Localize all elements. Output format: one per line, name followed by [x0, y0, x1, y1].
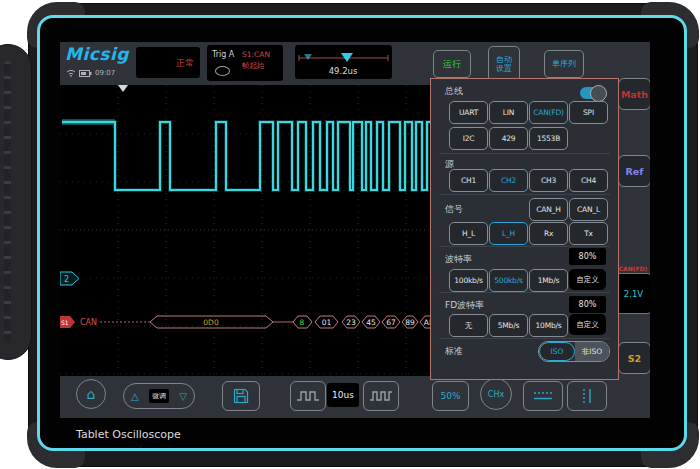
- trigger-condition: 帧起始: [242, 61, 265, 71]
- screenshot-stage: Micsig Tablet Oscilloscope Micsig 09:07: [0, 0, 700, 469]
- byte-2: 45: [366, 318, 376, 327]
- fd-baud-sample-point[interactable]: 80%: [569, 296, 606, 313]
- baud-500k[interactable]: 500kb/s: [489, 269, 528, 292]
- byte-1: 23: [346, 318, 356, 327]
- bus-channel-badge[interactable]: CAN(FD) 2.1V: [616, 265, 650, 313]
- trigger-status-box[interactable]: Trig A S1:CAN 帧起始: [207, 45, 283, 81]
- clock-time: 09:07: [95, 69, 115, 77]
- protocol-canfd[interactable]: CAN(FD): [529, 101, 568, 124]
- fd-baud-custom[interactable]: 自定义: [569, 314, 606, 335]
- trigger-source: S1:CAN: [242, 50, 270, 59]
- standard-iso[interactable]: ISO: [539, 342, 575, 361]
- protocol-1553b[interactable]: 1553B: [529, 127, 568, 150]
- home-button[interactable]: ⌂: [76, 379, 106, 409]
- fine-adjust-label: 微调: [149, 389, 169, 403]
- increase-button[interactable]: △: [131, 391, 139, 402]
- fd-baud-none[interactable]: 无: [449, 314, 488, 337]
- tablet-handle: [0, 44, 32, 360]
- divider: [439, 246, 610, 247]
- acquisition-status: 正常: [176, 57, 194, 70]
- protocol-lin[interactable]: LIN: [489, 101, 528, 124]
- signal-l-h[interactable]: L_H: [489, 222, 528, 245]
- battery-icon: [79, 70, 92, 77]
- divider: [439, 194, 610, 195]
- square-wave-icon: [369, 389, 393, 403]
- ref-button[interactable]: Ref: [618, 155, 650, 187]
- trigger-position-marker[interactable]: [118, 85, 128, 92]
- run-stop-button[interactable]: 运行: [433, 50, 471, 78]
- protocol-429[interactable]: 429: [489, 127, 528, 150]
- channel-select-button[interactable]: CHx: [480, 378, 512, 410]
- save-button[interactable]: [222, 381, 260, 411]
- square-wave-icon: [296, 389, 320, 403]
- oscilloscope-screen: Micsig 09:07 正常 Trig A: [60, 42, 650, 418]
- autoset-line1: 自动: [496, 55, 512, 64]
- signal-can-h[interactable]: CAN_H: [529, 198, 568, 221]
- source-ch3[interactable]: CH3: [529, 169, 568, 192]
- trigger-delay-slider[interactable]: 49.2us: [295, 45, 392, 79]
- source-ch4[interactable]: CH4: [569, 169, 608, 192]
- trigger-label: Trig A: [212, 50, 234, 59]
- app-logo: Micsig: [65, 44, 129, 64]
- math-button[interactable]: Math: [618, 78, 650, 110]
- badge-threshold: 2.1V: [616, 273, 650, 314]
- baud-label: 波特率: [445, 253, 472, 266]
- single-seq-button[interactable]: 单序列: [544, 50, 584, 78]
- tablet-model-label: Tablet Oscilloscope: [76, 428, 181, 441]
- autoset-line2: 设置: [496, 64, 512, 73]
- signal-can-l[interactable]: CAN_L: [569, 198, 608, 221]
- bus-title: 总线: [445, 85, 463, 98]
- acquisition-status-box[interactable]: 正常: [136, 47, 200, 78]
- vertical-cursor-icon: [576, 388, 598, 404]
- signal-h-l[interactable]: H_L: [449, 222, 488, 245]
- standard-non-iso[interactable]: 非ISO: [575, 342, 609, 361]
- signal-rx[interactable]: Rx: [529, 222, 568, 245]
- source-ch2[interactable]: CH2: [489, 169, 528, 192]
- delay-marker-left[interactable]: [304, 54, 312, 60]
- fd-baud-5m[interactable]: 5Mb/s: [489, 314, 528, 337]
- protocol-i2c[interactable]: I2C: [449, 127, 488, 150]
- svg-text:2: 2: [64, 275, 69, 284]
- bus-enable-toggle[interactable]: [580, 87, 604, 99]
- timebase-readout[interactable]: 10us: [327, 383, 359, 407]
- bus-settings-panel: 总线 UART LIN CAN(FD) SPI I2C 429 1553B 源 …: [430, 78, 619, 380]
- s2-button[interactable]: S2: [618, 342, 650, 374]
- source-ch1[interactable]: CH1: [449, 169, 488, 192]
- standard-toggle: ISO 非ISO: [538, 341, 610, 362]
- zoom-out-timebase-button[interactable]: [290, 381, 326, 411]
- protocol-uart[interactable]: UART: [449, 101, 488, 124]
- bus-tag-text: S1: [61, 319, 69, 326]
- byte-4: 89: [405, 318, 415, 327]
- horizontal-cursor-button[interactable]: [523, 381, 563, 411]
- byte-3: 67: [386, 318, 396, 327]
- channel2-marker[interactable]: 2: [60, 272, 79, 285]
- badge-protocol: CAN(FD): [616, 265, 650, 272]
- signal-tx[interactable]: Tx: [569, 222, 608, 245]
- baud-sample-point[interactable]: 80%: [569, 248, 606, 265]
- wifi-icon: [66, 69, 76, 77]
- delay-readout: 49.2us: [329, 66, 358, 76]
- autoset-button[interactable]: 自动 设置: [488, 46, 520, 82]
- fd-baud-label: FD波特率: [445, 299, 484, 312]
- divider: [439, 153, 610, 154]
- horizontal-cursor-icon: [532, 389, 554, 403]
- divider: [439, 292, 610, 293]
- signal-label: 信号: [445, 203, 463, 216]
- baud-custom[interactable]: 自定义: [569, 269, 606, 290]
- standard-label: 标准: [445, 345, 463, 358]
- handle-texture: [4, 61, 11, 343]
- vertical-cursor-button[interactable]: [567, 381, 607, 411]
- trigger-50-percent-button[interactable]: 50%: [432, 381, 469, 411]
- can-decode-row[interactable]: S1 CAN 0D0 8 01 23 45 67: [60, 316, 438, 328]
- protocol-spi[interactable]: SPI: [569, 101, 608, 124]
- status-row: 09:07: [66, 68, 115, 78]
- trigger-mode-icon: [215, 66, 230, 76]
- decrease-button[interactable]: ▽: [179, 391, 187, 402]
- baud-1m[interactable]: 1Mb/s: [529, 269, 568, 292]
- fd-baud-10m[interactable]: 10Mb/s: [529, 314, 568, 337]
- zoom-in-timebase-button[interactable]: [363, 381, 399, 411]
- toggle-knob: [590, 85, 607, 102]
- baud-100k[interactable]: 100kb/s: [449, 269, 488, 292]
- frame-dlc: 8: [300, 318, 305, 327]
- byte-0: 01: [322, 318, 332, 327]
